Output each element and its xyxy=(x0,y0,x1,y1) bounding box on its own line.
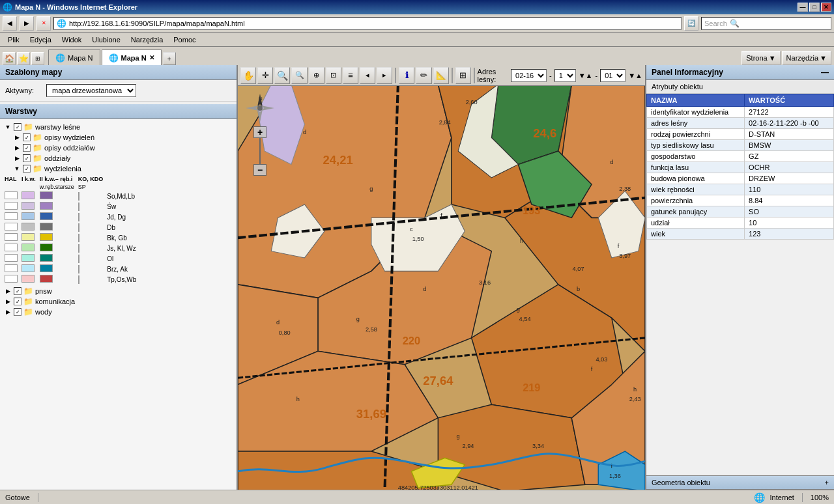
aktywny-select[interactable]: mapa drzewostanowa xyxy=(46,84,136,97)
tree-oddzialy[interactable]: ▶ ✓ 📁 oddziały xyxy=(12,153,234,163)
legend-color-js-hal xyxy=(5,244,18,251)
minimize-button[interactable]: — xyxy=(798,3,808,12)
attr-value-8: 8.84 xyxy=(745,195,834,206)
menu-edycja[interactable]: Edycja xyxy=(25,35,57,45)
table-row: wiek123 xyxy=(647,229,834,240)
tab-mapa-n-2[interactable]: 🌐 Mapa N ✕ xyxy=(102,49,162,65)
tree-pnsw[interactable]: ▶ ✓ 📁 pnsw xyxy=(3,286,234,296)
url-bar[interactable]: 🌐 http://192.168.1.61:9090/SILP/mapa/map… xyxy=(53,17,682,30)
attr-name-11: wiek xyxy=(647,229,745,240)
menu-plik[interactable]: Plik xyxy=(3,35,25,45)
adres-select-2[interactable]: 1 xyxy=(554,69,576,82)
tree-opisy-wydziel[interactable]: ▶ ✓ 📁 opisy wydzieleń xyxy=(12,132,234,143)
adres-arrow-1: ▼▲ xyxy=(579,72,593,79)
checkbox-pnsw[interactable]: ✓ xyxy=(14,287,22,295)
aktywny-label: Aktywny: xyxy=(5,87,41,94)
legend-hatch-jd xyxy=(78,213,79,221)
small-label-6: 2,38 xyxy=(619,186,631,192)
zoom-rect-tool[interactable]: ⊡ xyxy=(326,67,341,84)
expand-geometria-icon[interactable]: + xyxy=(825,479,829,486)
narzedzia-label: Narzędzia xyxy=(786,54,819,62)
narzedzia-button[interactable]: Narzędzia ▼ xyxy=(782,51,831,65)
checkbox-opisy-wydziel[interactable]: ✓ xyxy=(23,133,31,141)
atrybuty-label: Atrybuty obiektu xyxy=(652,83,703,91)
list-item: Brz, Ak xyxy=(3,264,138,274)
tree-wydzielenia[interactable]: ▼ ✓ 📁 wydzielenia xyxy=(12,163,234,174)
attr-value-6: DRZEW xyxy=(745,173,834,184)
strona-button[interactable]: Strona ▼ xyxy=(741,51,780,65)
adres-select-3[interactable]: 01 xyxy=(600,69,626,82)
expand-icon-5[interactable]: ▼ xyxy=(13,165,21,172)
wody-label: wody xyxy=(35,308,52,316)
expand-icon-kom[interactable]: ▶ xyxy=(4,298,12,305)
menu-ulubione[interactable]: Ulubione xyxy=(87,35,125,45)
map-container[interactable]: N + − xyxy=(238,86,645,490)
checkbox-opisy-oddzialow[interactable]: ✓ xyxy=(23,144,31,152)
adres-select-1[interactable]: 02-16 xyxy=(511,69,547,82)
stop-button[interactable]: ✕ xyxy=(36,16,51,31)
legend-color-ol-ikw xyxy=(22,254,35,262)
expand-icon[interactable]: ▼ xyxy=(4,124,12,130)
tree-warstwy-lesne[interactable]: ▼ ✓ 📁 warstwy leśne xyxy=(3,122,234,132)
checkbox-warstwy-lesne[interactable]: ✓ xyxy=(14,123,22,131)
label-24-21: 24,21 xyxy=(323,153,353,167)
zoom-out-tool[interactable]: 🔍 xyxy=(291,67,307,84)
checkbox-oddzialy[interactable]: ✓ xyxy=(23,154,31,162)
measure-tool[interactable]: 📐 xyxy=(433,67,449,84)
pan-tool[interactable]: ✋ xyxy=(240,67,256,84)
tree-wody[interactable]: ▶ ✓ 📁 wody xyxy=(3,307,234,317)
zoom-forward-tool[interactable]: ▸ xyxy=(377,67,392,84)
address-bar: ◀ ▶ ✕ 🌐 http://192.168.1.61:9090/SILP/ma… xyxy=(0,14,834,33)
tab-close-button[interactable]: ✕ xyxy=(149,54,154,61)
close-button[interactable]: ✕ xyxy=(821,3,831,12)
list-item: So,Md,Lb xyxy=(3,191,138,201)
expand-icon-4[interactable]: ▶ xyxy=(13,155,21,161)
maximize-button[interactable]: □ xyxy=(809,3,820,12)
map-zoom-out-btn[interactable]: − xyxy=(253,164,266,176)
expand-icon-3[interactable]: ▶ xyxy=(13,145,21,151)
menu-pomoc[interactable]: Pomoc xyxy=(168,35,201,45)
table-tool[interactable]: ⊞ xyxy=(455,67,471,84)
label-193: 193 xyxy=(523,204,540,216)
refresh-button[interactable]: 🔄 xyxy=(684,16,698,31)
map-zoom-in-btn[interactable]: + xyxy=(253,126,266,138)
menu-widok[interactable]: Widok xyxy=(57,35,87,45)
col-wartosc: WARTOŚĆ xyxy=(745,94,834,107)
small-label-2: 2,84 xyxy=(439,119,451,126)
zoom-in-tool[interactable]: 🔍 xyxy=(274,67,290,84)
menu-narzedzia[interactable]: Narzędzia xyxy=(126,35,169,45)
window-title: Mapa N - Windows Internet Explorer xyxy=(15,3,137,11)
expand-icon-wody[interactable]: ▶ xyxy=(4,309,12,315)
expand-icon-2[interactable]: ▶ xyxy=(13,134,21,141)
legend-color-so-iikw xyxy=(40,191,53,199)
checkbox-wydzielenia[interactable]: ✓ xyxy=(23,165,31,173)
layers-tool[interactable]: ≡ xyxy=(343,67,358,84)
tab-mapa-n-1[interactable]: 🌐 Mapa N xyxy=(48,49,100,65)
expand-icon-pnsw[interactable]: ▶ xyxy=(4,288,12,294)
legend-hatch-db xyxy=(78,223,79,232)
tree-opisy-oddzialow[interactable]: ▶ ✓ 📁 opisy oddziałów xyxy=(12,143,234,153)
home-button[interactable]: 🏠 xyxy=(3,52,16,65)
tabs-button[interactable]: ⊞ xyxy=(31,52,44,65)
map-svg[interactable]: 24,21 24,6 193 27,64 31,69 219 220 d 2,8… xyxy=(238,86,645,490)
search-bar[interactable]: Search 🔍 xyxy=(701,17,831,30)
tree-komunikacja[interactable]: ▶ ✓ 📁 komunikacja xyxy=(3,296,234,307)
back-button[interactable]: ◀ xyxy=(3,16,17,31)
checkbox-wody[interactable]: ✓ xyxy=(14,308,22,316)
zoom-extent-tool[interactable]: ⊕ xyxy=(309,67,324,84)
attr-value-11: 123 xyxy=(745,229,834,240)
new-tab-button[interactable]: + xyxy=(163,52,176,65)
draw-tool[interactable]: ✏ xyxy=(416,67,431,84)
menu-bar: Plik Edycja Widok Ulubione Narzędzia Pom… xyxy=(0,33,834,47)
small-label-c2: 1,50 xyxy=(412,236,424,242)
forward-button[interactable]: ▶ xyxy=(20,16,34,31)
parcel-10[interactable] xyxy=(438,404,584,490)
info-tool[interactable]: ℹ xyxy=(399,67,414,84)
legend-color-bk-iikw xyxy=(40,233,53,241)
crosshair-tool[interactable]: ✛ xyxy=(257,67,273,84)
minimize-panel-icon[interactable]: — xyxy=(821,68,829,77)
favorites-button[interactable]: ⭐ xyxy=(17,52,30,65)
zoom-back-tool[interactable]: ◂ xyxy=(360,67,375,84)
folder-icon: 📁 xyxy=(23,122,33,132)
checkbox-komunikacja[interactable]: ✓ xyxy=(14,298,22,305)
